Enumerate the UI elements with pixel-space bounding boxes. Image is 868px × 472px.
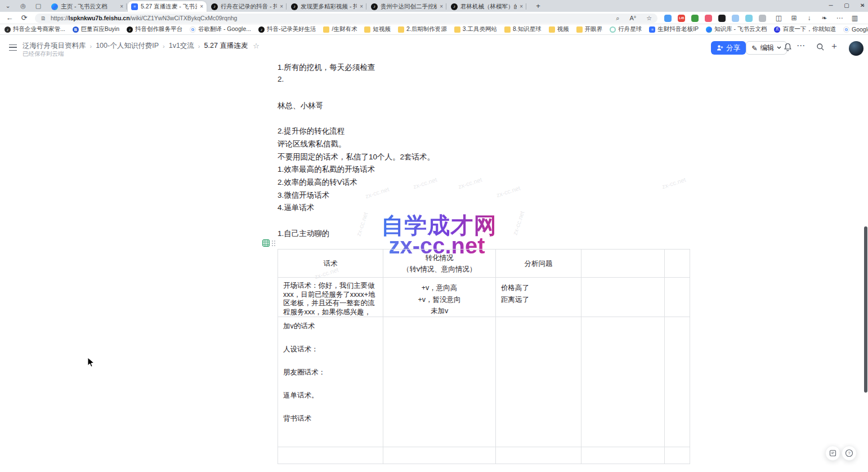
edit-button[interactable]: ✎ 编辑	[746, 41, 787, 55]
read-aloud-icon[interactable]: A°	[629, 15, 636, 21]
browser-tab[interactable]: ♪发现更多精彩视频 - 抖音搜索×	[288, 1, 366, 12]
bookmark-item[interactable]: GGoogle	[843, 26, 868, 33]
bookmark-item[interactable]: ♪抖音-记录美好生活	[258, 25, 316, 33]
table-type-icon[interactable]	[262, 239, 270, 247]
bookmark-item[interactable]: G谷歌翻译 - Google...	[190, 25, 251, 33]
refresh-button[interactable]: ⟳	[19, 13, 29, 23]
bookmark-item[interactable]: 知识库 - 飞书云文档	[706, 25, 767, 33]
add-favorite-star-icon[interactable]: ☆	[646, 15, 652, 22]
bookmark-item[interactable]: 视频	[549, 25, 569, 33]
bookmark-item[interactable]: /生财有术	[323, 25, 357, 33]
tab-close-icon[interactable]: ×	[200, 3, 203, 10]
table-cell[interactable]: +v，意向高+v，暂没意向未加v	[383, 278, 496, 317]
document-canvas[interactable]: 1.所有的挖机，每天必须检查2.林总、小林哥2.提升你的转化流程评论区线索私信戳…	[0, 59, 868, 472]
feedback-button[interactable]	[825, 446, 840, 461]
bookmarks-overflow-chevron[interactable]: ›	[862, 2, 865, 8]
browser-tab[interactable]: ♪君林机械（林模军）的抖音 - 抖音×	[448, 1, 526, 12]
table-cell[interactable]	[665, 278, 690, 317]
table-cell[interactable]	[581, 317, 665, 447]
bookmark-item[interactable]: ⽖百度一下，你就知道	[774, 25, 836, 33]
tab-close-icon[interactable]: ×	[520, 3, 523, 10]
bookmark-item[interactable]: ♪抖音企业号商家管...	[5, 25, 65, 33]
table-cell[interactable]	[581, 250, 665, 278]
back-button[interactable]: ←	[5, 13, 15, 23]
maximize-button[interactable]: ▢	[839, 0, 854, 11]
ext-gray-crescent-icon[interactable]	[759, 15, 766, 22]
table-cell[interactable]	[496, 447, 581, 464]
help-button[interactable]: ?	[842, 446, 857, 461]
sidebar-toggle-icon[interactable]: ▥	[851, 14, 859, 22]
tab-close-icon[interactable]: ×	[360, 3, 363, 10]
browser-tab[interactable]: ≡5.27 直播连麦 - 飞书云文档×	[128, 1, 207, 12]
table-cell[interactable]: 转化情况（转v情况、意向情况）	[383, 250, 496, 278]
more-actions-icon[interactable]: ⋯	[797, 41, 805, 51]
downloads-icon[interactable]: ↓	[805, 14, 813, 22]
bell-icon[interactable]	[784, 43, 792, 52]
breadcrumb-separator: ›	[163, 43, 165, 50]
ext-green-sphere-icon[interactable]	[691, 15, 699, 22]
vertical-scrollbar[interactable]	[864, 226, 867, 393]
folder-icon	[504, 26, 511, 33]
split-screen-icon[interactable]: ◫	[775, 14, 783, 22]
bookmark-item[interactable]: 8.知识星球	[504, 25, 542, 33]
favorite-star-icon[interactable]: ☆	[253, 42, 259, 50]
breadcrumb-item[interactable]: 泛海行舟项目资料库	[23, 41, 86, 51]
ext-paperclip-icon[interactable]	[732, 15, 739, 22]
avatar[interactable]	[849, 41, 863, 56]
close-button[interactable]: ✕	[854, 0, 868, 11]
bookmark-item[interactable]: 开眼界	[576, 25, 603, 33]
table-cell[interactable]: 分析问题	[496, 250, 581, 278]
breadcrumb-item[interactable]: 100-个人知识付费IP	[96, 41, 159, 51]
bookmark-item[interactable]: B巨量百应Buyin	[73, 25, 119, 33]
settings-more-icon[interactable]: ⋯	[835, 14, 844, 22]
table-cell[interactable]	[383, 447, 496, 464]
tab-close-icon[interactable]: ×	[120, 3, 123, 10]
table-cell[interactable]: 话术	[278, 250, 383, 278]
breadcrumb-item[interactable]: 5.27 直播连麦	[204, 41, 248, 51]
ext-blue-circle-icon[interactable]	[745, 15, 753, 22]
ext-dark-square-icon[interactable]	[718, 15, 726, 22]
address-bar[interactable]: 🗎 https://lspknkwu7b.feishu.cn/wiki/CZ1Y…	[35, 14, 657, 23]
bookmark-item[interactable]: 短视频	[364, 25, 391, 33]
tab-close-icon[interactable]: ×	[280, 3, 283, 10]
breadcrumb-item[interactable]: 1v1交流	[169, 41, 194, 51]
create-new-icon[interactable]: ＋	[830, 41, 839, 52]
feishu-table[interactable]: 话术转化情况（转v情况、意向情况）分析问题开场话术：你好，我们主要做xxx，目前…	[278, 249, 690, 464]
new-tab-button[interactable]: +	[534, 2, 543, 11]
sidebar-toggle-icon[interactable]	[9, 44, 17, 51]
tab-close-icon[interactable]: ×	[440, 3, 443, 10]
table-cell[interactable]: 开场话术：你好，我们主要做xxx，目前已经服务了xxxx+地区老板，并且还有一整…	[278, 278, 383, 317]
table-cell[interactable]: 价格高了距离远了	[496, 278, 581, 317]
share-button[interactable]: 分享	[711, 41, 746, 55]
bookmark-item[interactable]: ≡生财抖音老板IP	[649, 25, 699, 33]
search-icon[interactable]	[816, 43, 825, 51]
browser-tab[interactable]: ♪贵州中达同创二手挖机的抖音 - 抖音×	[368, 1, 446, 12]
table-cell[interactable]	[496, 317, 581, 447]
zoom-page-icon[interactable]: ⌕	[616, 15, 619, 22]
table-cell[interactable]: 加v的话术人设话术：朋友圈话术：逼单话术。背书话术	[278, 317, 383, 447]
browser-tab[interactable]: 主页 - 飞书云文档×	[48, 1, 127, 12]
workspaces-icon[interactable]: ◎	[19, 2, 28, 11]
browser-tab[interactable]: ♪行舟在记录的抖音 - 抖音×	[208, 1, 287, 12]
table-cell[interactable]	[278, 447, 383, 464]
collections-icon[interactable]: ⊞	[790, 14, 798, 22]
ext-pink-square-icon[interactable]	[705, 15, 712, 22]
bookmark-item[interactable]: 2.后期制作资源	[398, 25, 447, 33]
table-cell[interactable]	[665, 250, 690, 278]
table-cell[interactable]	[581, 278, 665, 317]
table-cell[interactable]	[383, 317, 496, 447]
minimize-button[interactable]: ─	[823, 0, 839, 11]
ext-colorful-sphere-icon[interactable]	[664, 15, 672, 22]
table-cell[interactable]	[581, 447, 665, 464]
table-drag-handle[interactable]	[272, 241, 276, 247]
ext-timer-icon[interactable]: 1.45	[678, 15, 685, 22]
tab-search-icon[interactable]: ⌄	[3, 2, 12, 11]
site-info-icon[interactable]: 🗎	[41, 15, 46, 21]
table-cell[interactable]	[665, 317, 690, 447]
browser-essentials-icon[interactable]: ❧	[820, 14, 829, 22]
bookmark-item[interactable]: 行舟星球	[610, 25, 642, 33]
bookmark-item[interactable]: ♪抖音创作服务平台	[127, 25, 182, 33]
bookmark-item[interactable]: 3.工具类网站	[454, 25, 497, 33]
tab-actions-icon[interactable]: ▢	[34, 2, 43, 11]
table-cell[interactable]	[665, 447, 690, 464]
